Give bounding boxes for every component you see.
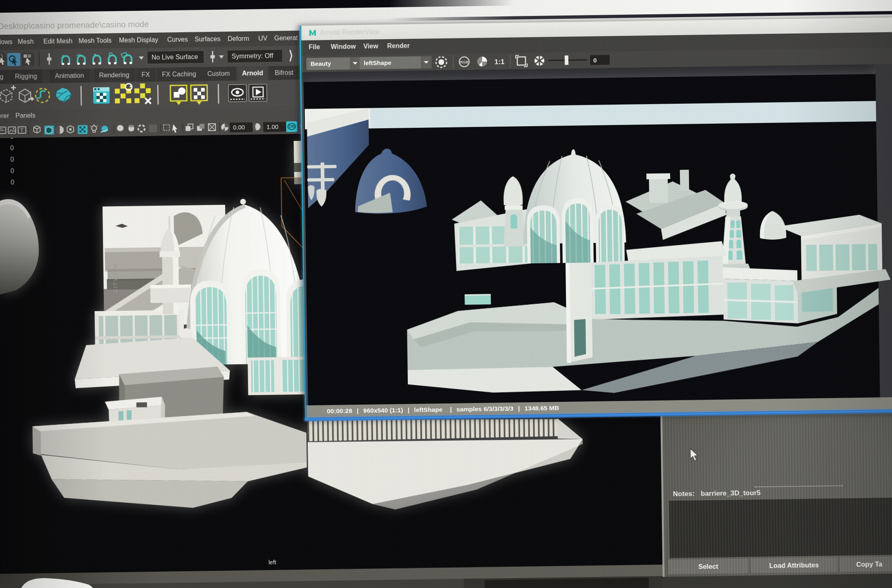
- vp-textured-sphere-icon[interactable]: [56, 126, 64, 134]
- ae-notes-textarea[interactable]: [669, 498, 892, 558]
- shelf-tab-fx-caching[interactable]: FX Caching: [157, 67, 201, 82]
- shelf-render-eye-icon[interactable]: [228, 85, 247, 102]
- snap-to-grid-icon[interactable]: [61, 55, 69, 64]
- status-resolution: 960x540 (1:1): [363, 406, 403, 414]
- menu-edit-mesh[interactable]: Edit Mesh: [43, 38, 72, 45]
- shelf-standin-create-icon[interactable]: [0, 85, 16, 103]
- ae-copy-tab-button[interactable]: Copy Ta: [840, 557, 892, 572]
- arnold-menu-render[interactable]: Render: [387, 42, 409, 50]
- vp-cursor-icon[interactable]: [172, 124, 177, 133]
- symmetry-dropdown-arrow[interactable]: [219, 56, 224, 59]
- menu-windows[interactable]: dows: [0, 38, 13, 46]
- vp-shaded-cube-icon[interactable]: [44, 125, 54, 134]
- select-tool-icon[interactable]: [0, 53, 6, 66]
- live-surface-field[interactable]: No Live Surface: [147, 50, 204, 64]
- viewport-left-dome: [0, 199, 40, 294]
- shelf-tab-rendering[interactable]: Rendering: [94, 68, 134, 82]
- shelf-tx-delete-icon[interactable]: [134, 83, 151, 104]
- snap-dropdown-arrow[interactable]: [139, 56, 144, 60]
- paint-select-tool-icon[interactable]: [22, 53, 34, 66]
- shelf-tab-bifrost[interactable]: Bifrost: [270, 66, 299, 80]
- exposure-slider[interactable]: [548, 55, 587, 65]
- menu-mesh[interactable]: Mesh: [18, 38, 34, 46]
- shelf-render-view-icon[interactable]: [93, 87, 110, 104]
- snap-to-projected-center-icon[interactable]: [109, 53, 116, 63]
- ipr-render-icon[interactable]: [436, 57, 447, 67]
- make-live-icon[interactable]: [121, 52, 132, 63]
- aov-dropdown-arrow[interactable]: [350, 57, 360, 69]
- menu-mesh-display[interactable]: Mesh Display: [119, 36, 158, 44]
- shelf-tx-update-icon[interactable]: [115, 84, 133, 104]
- snap-to-point-icon[interactable]: [93, 54, 101, 63]
- menu-curves[interactable]: Curves: [167, 36, 188, 44]
- menu-surfaces[interactable]: Surfaces: [194, 36, 220, 43]
- render-3d-image: [302, 64, 892, 405]
- ae-notes-node-name: barriere_3D_tour5: [701, 489, 761, 498]
- vp-camera-icon[interactable]: [0, 127, 6, 134]
- menu-deform[interactable]: Deform: [228, 35, 249, 43]
- toolbar-overflow-caret[interactable]: [290, 50, 292, 61]
- shelf-motion-curve-icon[interactable]: [36, 88, 49, 102]
- color-management-badge[interactable]: ON: [286, 121, 297, 132]
- vp-image-icon[interactable]: [8, 127, 16, 134]
- zoom-1-1-label[interactable]: 1:1: [494, 58, 505, 66]
- shelf-tab-animation[interactable]: Animation: [50, 69, 89, 83]
- shelf-tab-custom[interactable]: Custom: [202, 67, 235, 81]
- shelf-tab-rigging[interactable]: Rigging: [10, 69, 42, 84]
- tool-slider-glyph-2: [210, 51, 215, 62]
- mouse-cursor: [689, 448, 700, 462]
- crop-region-icon[interactable]: [516, 55, 527, 67]
- vp-isolate-icon[interactable]: [186, 124, 193, 131]
- maya-title-path: Desktop\casino promenade\casino mode: [0, 20, 149, 31]
- vp-material-cube-icon[interactable]: [67, 126, 74, 133]
- snap-to-curve-icon[interactable]: [77, 55, 85, 64]
- vp-exposure-pie-icon[interactable]: [221, 123, 228, 131]
- vp-hud-text-icon[interactable]: T: [18, 127, 26, 133]
- symmetry-field[interactable]: Symmetry: Off: [227, 49, 283, 63]
- arnold-window-title: Arnold RenderView: [320, 28, 380, 37]
- vp-paint-sphere-icon[interactable]: [101, 126, 108, 132]
- arnold-menu-file[interactable]: File: [309, 43, 320, 51]
- mel-command-input[interactable]: [485, 578, 649, 588]
- ae-select-button[interactable]: Select: [668, 559, 748, 575]
- shelf-flush-cache-icon[interactable]: [170, 85, 187, 105]
- vp-wireframe-cube-icon[interactable]: [34, 126, 40, 133]
- vp-cylinder-icon[interactable]: [128, 125, 134, 131]
- vp-gamma-moon-icon[interactable]: [253, 123, 260, 130]
- camera-dropdown[interactable]: leftShape: [360, 56, 431, 69]
- arnold-render-image[interactable]: [302, 64, 892, 405]
- rgb-channels-icon[interactable]: RGB: [459, 57, 469, 67]
- shelf-render-sequence-icon[interactable]: [249, 84, 267, 102]
- status-memory: 1348.65 MB: [524, 404, 559, 412]
- shelf-tab-fx[interactable]: FX: [136, 68, 155, 82]
- aov-dropdown[interactable]: Beauty: [306, 57, 360, 70]
- maya-shelf: [0, 80, 305, 110]
- maya-app-icon: [309, 28, 317, 36]
- vp-ring-icon[interactable]: [138, 125, 145, 131]
- arnold-menu-view[interactable]: View: [363, 42, 378, 50]
- shelf-procedural-sphere-icon[interactable]: [56, 88, 72, 103]
- display-pie-icon[interactable]: [477, 57, 487, 67]
- menu-mesh-tools[interactable]: Mesh Tools: [78, 37, 112, 45]
- vp-xray-icon[interactable]: [208, 124, 215, 131]
- vp-dim-square-icon[interactable]: [149, 125, 157, 132]
- shelf-flush-texture-cache-icon[interactable]: [191, 85, 208, 105]
- aperture-icon[interactable]: [534, 56, 544, 66]
- vp-isolate2-icon[interactable]: [197, 124, 204, 131]
- vp-light-bulb-icon[interactable]: [90, 124, 98, 132]
- panel-menu-renderer[interactable]: erer: [0, 112, 9, 120]
- exposure-field[interactable]: 0.00: [230, 122, 253, 133]
- vp-checker-light-icon[interactable]: [78, 125, 87, 134]
- shelf-tab-arnold[interactable]: Arnold: [237, 66, 268, 80]
- menu-uv[interactable]: UV: [258, 35, 267, 42]
- ae-load-attributes-button[interactable]: Load Attributes: [751, 557, 837, 573]
- vp-marquee-icon[interactable]: [163, 125, 170, 130]
- gamma-field[interactable]: 1.00: [263, 122, 286, 132]
- shelf-standin-export-icon[interactable]: [19, 89, 33, 102]
- vp-sphere-grey-icon[interactable]: [117, 125, 123, 131]
- menu-generate[interactable]: Generat: [274, 34, 298, 42]
- arnold-menu-window[interactable]: Window: [331, 43, 355, 51]
- panel-menu-panels[interactable]: Panels: [16, 112, 36, 120]
- shelf-tab-sculpting[interactable]: ng: [0, 70, 9, 84]
- lasso-select-tool-icon[interactable]: [7, 53, 20, 66]
